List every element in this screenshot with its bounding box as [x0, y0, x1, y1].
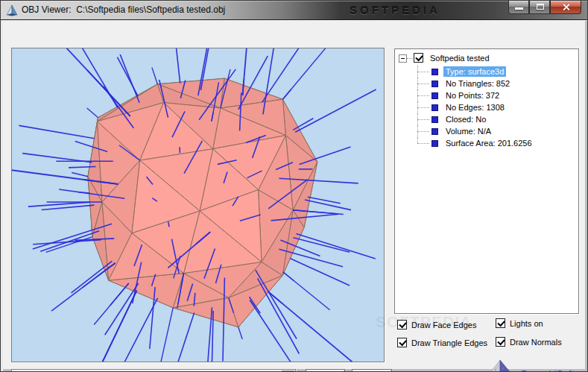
window-controls — [508, 1, 581, 14]
pyramidsoft-link[interactable]: PyramidSoft — [521, 368, 574, 372]
file-path-combobox[interactable]: C:\Softpedia files\Softpedia tested.obj — [11, 369, 296, 372]
tree-item-label: No Edges: 1308 — [443, 102, 507, 113]
maximize-button[interactable] — [529, 1, 550, 14]
tree-item-label: Volume: N/A — [443, 126, 493, 136]
collapse-icon[interactable] — [399, 54, 407, 63]
tree-connector — [417, 113, 431, 125]
window-title: OBJ Viewer: C:\Softpedia files\Softpedia… — [22, 4, 225, 15]
client-area: Softpedia tested Type: surface3d No Tria… — [1, 21, 587, 371]
tree-connector — [417, 78, 431, 89]
tree-item-bullet-icon — [431, 104, 438, 111]
title-bar[interactable]: OBJ Viewer: C:\Softpedia files\Softpedia… — [1, 1, 587, 20]
checkbox-icon — [496, 337, 505, 347]
tree-item-bullet-icon — [431, 69, 438, 75]
checkbox-icon — [496, 318, 505, 328]
tree-connector — [417, 66, 431, 78]
draw-face-edges-checkbox[interactable]: Draw Face Edges — [397, 320, 476, 330]
maximize-icon — [537, 4, 544, 10]
checkbox-label: Draw Normals — [510, 338, 562, 347]
tree-item[interactable]: No Edges: 1308 — [395, 101, 578, 113]
tree-item-label: Closed: No — [443, 114, 488, 124]
tree-item[interactable]: Closed: No — [395, 113, 578, 125]
tree-item-bullet-icon — [431, 116, 438, 123]
info-button[interactable]: Info — [352, 369, 392, 372]
tree-item-bullet-icon — [431, 81, 438, 87]
tree-item-bullet-icon — [431, 92, 438, 99]
close-icon — [562, 3, 570, 11]
app-icon — [6, 4, 18, 16]
mesh-canvas — [12, 48, 384, 362]
checkbox-label: Lights on — [510, 319, 543, 328]
checkbox-icon — [397, 320, 407, 330]
tree-item[interactable]: Surface Area: 201.6256 — [395, 137, 578, 149]
tree-item[interactable]: No Triangles: 852 — [395, 78, 578, 89]
tree-root-checkbox[interactable] — [414, 53, 423, 63]
open-button[interactable]: Open — [306, 369, 345, 372]
tree-item-bullet-icon — [431, 140, 438, 147]
tree-item-label: Surface Area: 201.6256 — [443, 138, 534, 148]
tree-item-label: Type: surface3d — [443, 66, 506, 77]
tree-item[interactable]: No Points: 372 — [395, 89, 578, 101]
tree-item-label: No Triangles: 852 — [443, 78, 512, 89]
3d-viewport[interactable] — [11, 48, 385, 362]
tree-connector — [407, 58, 413, 59]
softpedia-watermark: SOFTPEDIA — [350, 4, 440, 16]
branding: PyramidSoft — [484, 358, 581, 372]
tree-connector — [417, 137, 431, 149]
checkbox-label: Draw Face Edges — [411, 321, 476, 330]
tree-connector — [417, 89, 431, 101]
tree-item[interactable]: Type: surface3d — [395, 66, 578, 78]
pyramidsoft-logo-icon[interactable] — [484, 358, 518, 372]
tree-item-bullet-icon — [431, 128, 438, 135]
tree-connector — [417, 125, 431, 137]
checkbox-icon — [397, 338, 407, 347]
checkbox-icon — [414, 53, 423, 63]
checkbox-label: Draw Triangle Edges — [411, 338, 487, 347]
draw-triangle-edges-checkbox[interactable]: Draw Triangle Edges — [397, 338, 487, 347]
minimize-button[interactable] — [508, 1, 529, 14]
tree-item-label: No Points: 372 — [443, 90, 502, 101]
object-tree: Softpedia tested Type: surface3d No Tria… — [394, 48, 579, 314]
app-window: OBJ Viewer: C:\Softpedia files\Softpedia… — [0, 0, 588, 372]
tree-root-label: Softpedia tested — [430, 54, 490, 63]
draw-normals-checkbox[interactable]: Draw Normals — [496, 337, 562, 347]
tree-item[interactable]: Volume: N/A — [395, 125, 578, 137]
tree-root-row[interactable]: Softpedia tested — [395, 52, 578, 66]
close-button[interactable] — [550, 1, 581, 14]
lights-on-checkbox[interactable]: Lights on — [496, 318, 543, 328]
minimize-icon — [515, 7, 523, 10]
tree-connector — [417, 101, 431, 113]
